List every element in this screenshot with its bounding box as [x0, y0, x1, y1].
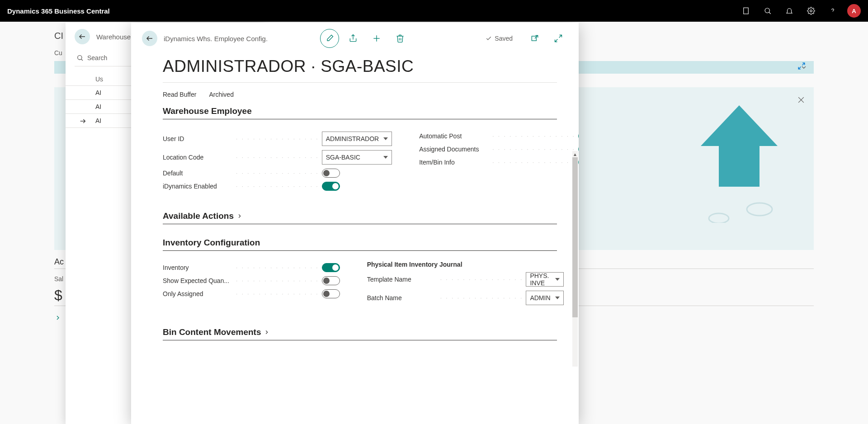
label-user-id: User ID [163, 135, 235, 142]
titlebar: Dynamics 365 Business Central A [0, 0, 868, 22]
default-toggle[interactable] [322, 169, 340, 178]
inventory-toggle[interactable] [322, 263, 340, 272]
tab-archived[interactable]: Archived [209, 89, 233, 100]
template-name-select[interactable]: PHYS. INVE [526, 272, 563, 287]
svg-line-26 [559, 35, 562, 38]
breadcrumb: iDynamics Whs. Employee Config. [164, 35, 268, 42]
product-name: Dynamics 365 Business Central [7, 7, 110, 15]
batch-name-select[interactable]: ADMIN [526, 291, 563, 305]
label-template-name: Template Name [367, 276, 439, 283]
svg-point-5 [765, 8, 770, 13]
label-assigned-documents: Assigned Documents [419, 146, 491, 153]
page-title: ADMINISTRADOR · SGA-BASIC [163, 57, 557, 76]
chevron-right-icon [236, 213, 243, 219]
settings-icon[interactable] [800, 0, 822, 22]
svg-point-17 [78, 56, 82, 60]
back-button[interactable] [142, 31, 157, 46]
automatic-post-toggle[interactable] [578, 132, 579, 141]
detail-toolbar: iDynamics Whs. Employee Config. Saved [131, 23, 579, 52]
search-icon [76, 54, 84, 61]
label-batch-name: Batch Name [367, 294, 439, 302]
section-inventory-configuration[interactable]: Inventory Configuration [163, 238, 557, 251]
label-automatic-post: Automatic Post [419, 132, 491, 140]
label-item-bin-info: Item/Bin Info [419, 159, 491, 166]
section-bin-content-movements[interactable]: Bin Content Movements [163, 327, 557, 340]
svg-point-15 [709, 213, 729, 223]
check-icon [486, 35, 492, 42]
label-location-code: Location Code [163, 154, 235, 161]
journal-heading: Physical Item Inventory Journal [367, 261, 564, 268]
new-button[interactable] [367, 29, 386, 48]
save-status: Saved [486, 35, 513, 42]
label-show-expected: Show Expected Quan... [163, 277, 235, 284]
notifications-icon[interactable] [778, 0, 800, 22]
label-default: Default [163, 170, 235, 177]
svg-rect-0 [744, 8, 749, 14]
assigned-documents-toggle[interactable] [578, 145, 579, 154]
detail-tabs: Read Buffer Archived [163, 89, 557, 100]
idynamics-enabled-toggle[interactable] [322, 182, 340, 191]
panel2-breadcrumb: Warehouse [96, 33, 131, 41]
maximize-button[interactable] [549, 29, 568, 48]
svg-marker-13 [701, 105, 778, 187]
svg-rect-24 [532, 36, 536, 41]
user-avatar[interactable]: A [847, 4, 861, 18]
location-code-select[interactable]: SGA-BASIC [322, 150, 392, 165]
svg-line-18 [81, 59, 83, 61]
expand-icon[interactable] [797, 62, 806, 70]
label-inventory: Inventory [163, 264, 235, 271]
row-indicator-icon [79, 118, 86, 125]
section-available-actions[interactable]: Available Actions [163, 211, 557, 224]
svg-line-10 [798, 67, 801, 69]
help-icon[interactable] [822, 0, 844, 22]
decorative-arrow-graphic [701, 105, 778, 223]
edit-button[interactable] [320, 29, 339, 48]
show-expected-toggle[interactable] [322, 276, 340, 285]
user-id-select[interactable]: ADMINISTRADOR [322, 132, 392, 146]
scrollbar[interactable]: ▲ [572, 151, 578, 367]
search-icon[interactable] [757, 0, 778, 22]
svg-point-7 [810, 10, 812, 12]
label-only-assigned: Only Assigned [163, 290, 235, 297]
svg-point-14 [747, 203, 772, 216]
delete-button[interactable] [391, 29, 410, 48]
section-warehouse-employee[interactable]: Warehouse Employee [163, 106, 557, 119]
item-bin-info-toggle[interactable] [578, 158, 579, 167]
close-icon[interactable] [797, 95, 806, 104]
back-button[interactable] [75, 29, 90, 44]
search-placeholder: Search [87, 54, 107, 61]
chevron-right-icon [264, 329, 270, 335]
svg-line-9 [802, 63, 805, 65]
only-assigned-toggle[interactable] [322, 289, 340, 298]
svg-line-6 [769, 12, 771, 14]
environment-icon[interactable] [735, 0, 757, 22]
detail-panel: iDynamics Whs. Employee Config. Saved AD… [131, 23, 579, 424]
pop-out-button[interactable] [525, 29, 544, 48]
svg-line-27 [555, 39, 558, 42]
share-button[interactable] [344, 29, 363, 48]
label-idynamics-enabled: iDynamics Enabled [163, 183, 235, 190]
tab-read-buffer[interactable]: Read Buffer [163, 89, 196, 100]
detail-body: ADMINISTRADOR · SGA-BASIC Read Buffer Ar… [131, 52, 579, 367]
